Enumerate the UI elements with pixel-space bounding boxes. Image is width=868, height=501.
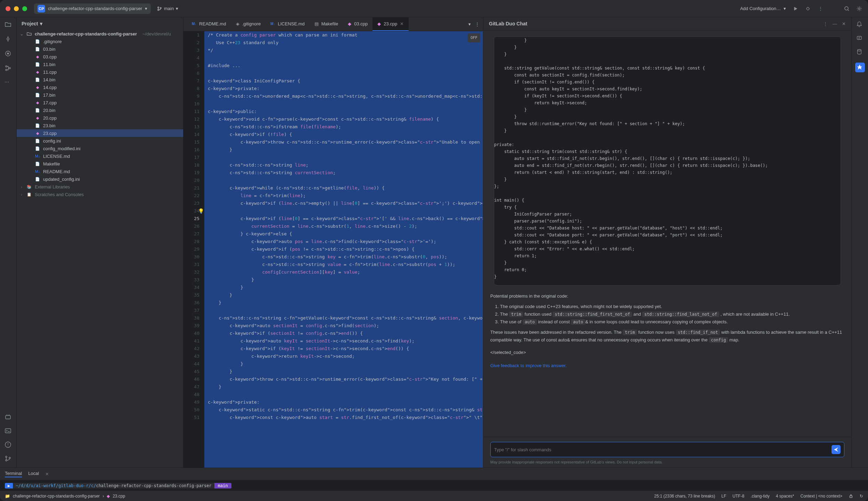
encoding[interactable]: UTF-8 (732, 494, 744, 499)
commit-tool-icon[interactable] (5, 35, 12, 43)
indent-setting[interactable]: 4 spaces* (776, 494, 794, 499)
chevron-down-icon[interactable]: ▾ (468, 22, 471, 27)
tree-root[interactable]: ⌄ challenge-refactor-cpp-standards-confi… (17, 30, 183, 38)
line-ending[interactable]: LF (721, 494, 726, 499)
tree-item[interactable]: 📄23.bin (17, 122, 183, 129)
tree-item[interactable]: ◆17.cpp (17, 99, 183, 106)
file-icon: 📄 (35, 92, 40, 98)
file-icon: 📄 (35, 138, 40, 144)
editor-tab[interactable]: M↓README.md (187, 17, 231, 31)
tree-item[interactable]: 📄17.bin (17, 91, 183, 99)
notifications-icon[interactable] (856, 21, 864, 29)
tree-item[interactable]: 📄14.bin (17, 76, 183, 83)
tree-item[interactable]: 📄03.bin (17, 45, 183, 53)
more-icon[interactable]: ⋮ (823, 21, 828, 26)
tree-item[interactable]: ◆23.cpp (17, 129, 183, 137)
svg-rect-12 (6, 415, 10, 419)
search-icon[interactable] (844, 6, 850, 12)
cpp-icon: ◆ (377, 21, 381, 26)
editor-tab[interactable]: ◈.gitignore (231, 17, 265, 31)
project-name: challenge-refactor-cpp-standards-config-… (48, 6, 142, 11)
vcs-tool-icon[interactable] (5, 455, 12, 463)
send-button[interactable] (832, 445, 841, 454)
tree-item[interactable]: 📄.gitignore (17, 38, 183, 45)
structure-tool-icon[interactable] (5, 65, 12, 72)
tree-item[interactable]: ◆20.cpp (17, 114, 183, 122)
tree-item[interactable]: M↓LICENSE.md (17, 152, 183, 160)
chevron-down-icon: ▾ (784, 6, 786, 11)
more-icon[interactable]: ⋮ (475, 22, 480, 27)
file-icon: ◆ (35, 130, 40, 136)
tree-item[interactable]: 📄Makefile (17, 160, 183, 168)
panel-header[interactable]: Project ▾ (17, 17, 183, 30)
editor-tab[interactable]: M↓LICENSE.md (265, 17, 310, 31)
tree-item[interactable]: ◆14.cpp (17, 83, 183, 91)
sync-icon[interactable]: ↻ (860, 494, 863, 499)
readonly-toggle-icon[interactable] (849, 494, 853, 499)
project-tool-icon[interactable] (5, 21, 12, 29)
linter-profile[interactable]: .clang-tidy (751, 494, 770, 499)
feedback-link[interactable]: Give feedback to improve this answer. (490, 362, 567, 370)
breadcrumb-root[interactable]: challenge-refactor-cpp-standards-config-… (13, 494, 100, 499)
terminal-tool-icon[interactable] (5, 427, 12, 435)
gitlab-duo-icon[interactable] (855, 63, 865, 72)
chat-input[interactable] (494, 447, 832, 452)
file-icon: M↓ (35, 153, 40, 159)
chat-analysis: Potential problems in the original code:… (490, 292, 844, 370)
branch-name: main (164, 6, 174, 11)
more-tools-icon[interactable]: ⋯ (5, 79, 12, 87)
chevron-down-icon: ▾ (145, 6, 147, 11)
close-window-button[interactable] (6, 6, 10, 11)
tree-item[interactable]: ◆03.cpp (17, 53, 183, 60)
tree-item[interactable]: M↓README.md (17, 168, 183, 175)
prompt-path: ~/d/d/u/ai-workf/gitlab-duo-r/c/challeng… (13, 483, 214, 488)
tree-item[interactable]: 📄updated_config.ini (17, 175, 183, 183)
editor-tab[interactable]: ▤Makefile (310, 17, 343, 31)
chat-problem-item: The original code used C++23 features, w… (500, 303, 844, 310)
assistant-icon[interactable] (856, 35, 864, 42)
close-icon[interactable]: ✕ (45, 471, 49, 477)
vcs-branch-widget[interactable]: main ▾ (157, 6, 178, 11)
panel-title: Project (22, 21, 38, 26)
tree-item-label: 23.bin (43, 123, 55, 128)
minimize-icon[interactable]: — (833, 21, 837, 26)
cursor-position[interactable]: 25:1 (2336 chars, 73 line breaks) (654, 494, 715, 499)
debug-icon[interactable] (805, 6, 811, 12)
settings-gear-icon[interactable] (856, 6, 862, 12)
editor-tab[interactable]: ◆23.cpp✕ (372, 17, 409, 31)
more-icon[interactable]: ⋮ (817, 6, 824, 12)
tab-terminal[interactable]: Terminal (5, 471, 22, 477)
tree-item[interactable]: 📄11.bin (17, 60, 183, 68)
cpp-icon: ◆ (348, 21, 351, 26)
svg-point-15 (6, 456, 7, 458)
svg-point-3 (807, 7, 809, 10)
close-icon[interactable]: ✕ (842, 21, 846, 26)
bookmark-tool-icon[interactable] (5, 50, 12, 58)
database-icon[interactable] (856, 49, 864, 56)
breadcrumb-file[interactable]: 23.cpp (113, 494, 125, 499)
run-config-selector[interactable]: Add Configuration… ▾ (740, 6, 786, 11)
context-widget[interactable]: Context | <no context> (800, 494, 842, 499)
tree-item[interactable]: 📄config_modified.ini (17, 145, 183, 152)
problems-tool-icon[interactable] (5, 441, 12, 449)
code-editor[interactable]: OFF 💡 1234567891011121314151617181920212… (183, 31, 483, 468)
tree-item[interactable]: 📄20.bin (17, 106, 183, 114)
minimize-window-button[interactable] (14, 6, 19, 11)
run-config-label: Add Configuration… (740, 6, 781, 11)
inspection-off-badge[interactable]: OFF (468, 33, 480, 42)
close-icon[interactable]: ✕ (400, 21, 404, 26)
tree-scratches[interactable]: › 📋 Scratches and Consoles (17, 191, 183, 198)
tab-local[interactable]: Local (28, 471, 39, 477)
tree-item[interactable]: 📄config.ini (17, 137, 183, 145)
services-icon[interactable] (5, 413, 12, 421)
maximize-window-button[interactable] (22, 6, 27, 11)
run-icon[interactable] (792, 6, 799, 12)
editor-tab[interactable]: ◆03.cpp (343, 17, 372, 31)
terminal-content[interactable]: ▶ ~/d/d/u/ai-workf/gitlab-duo-r/c/challe… (0, 480, 868, 491)
project-switcher[interactable]: CP challenge-refactor-cpp-standards-conf… (34, 3, 151, 14)
intention-bulb-icon[interactable]: 💡 (198, 207, 204, 215)
chevron-right-icon: › (19, 192, 24, 197)
tree-item[interactable]: ◆11.cpp (17, 68, 183, 76)
tree-external-libs[interactable]: › 📚 External Libraries (17, 183, 183, 191)
make-icon: ▤ (314, 21, 319, 26)
